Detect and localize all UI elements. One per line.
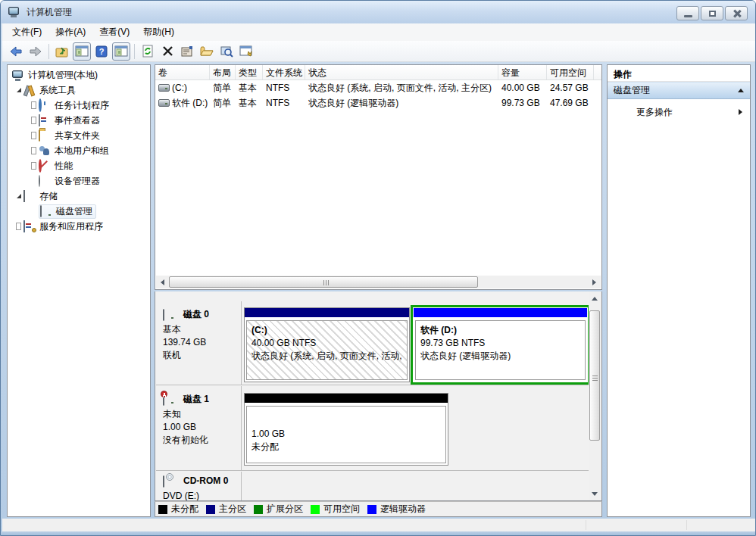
tree-item-services-applications[interactable]: 服务和应用程序	[8, 219, 150, 234]
show-hide-action-pane-button[interactable]	[112, 42, 130, 61]
actions-section-label: 磁盘管理	[614, 84, 650, 97]
expander-collapsed-icon[interactable]	[29, 163, 39, 169]
legend-label: 可用空间	[323, 503, 360, 516]
partition-d-colorbar	[414, 308, 587, 317]
horizontal-scroll-thumb[interactable]	[169, 276, 478, 288]
tree-item-event-viewer[interactable]: 事件查看器	[8, 113, 150, 128]
vertical-scroll-thumb[interactable]	[589, 310, 600, 441]
disk-0-header[interactable]: 磁盘 0 基本 139.74 GB 联机	[157, 301, 242, 385]
tree-item-system-tools[interactable]: 系统工具	[8, 83, 150, 98]
close-button[interactable]	[725, 6, 748, 20]
show-hide-console-tree-button[interactable]	[73, 42, 91, 61]
toolbar-separator	[134, 44, 135, 59]
expander-collapsed-icon[interactable]	[29, 117, 39, 123]
cdrom-0-header[interactable]: CD-ROM 0 DVD (E:)	[157, 472, 242, 500]
collapse-icon[interactable]	[738, 89, 744, 92]
title-bar: 计算机管理	[1, 1, 755, 23]
actions-title: 操作	[608, 65, 750, 82]
menu-bar: 文件(F) 操作(A) 查看(V) 帮助(H)	[2, 23, 755, 41]
forward-button[interactable]	[27, 42, 45, 61]
unallocated-space[interactable]: 1.00 GB 未分配	[244, 393, 448, 466]
expander-expanded-icon[interactable]	[14, 194, 23, 198]
expander-collapsed-icon[interactable]	[29, 102, 39, 108]
expander-collapsed-icon[interactable]	[29, 132, 39, 139]
selected-tree-node[interactable]: 磁盘管理	[39, 204, 96, 219]
refresh-button[interactable]	[139, 42, 157, 61]
scroll-left-button[interactable]	[156, 276, 169, 288]
scroll-down-button[interactable]	[589, 488, 601, 500]
menu-file[interactable]: 文件(F)	[5, 23, 48, 41]
legend-swatch	[206, 505, 215, 514]
expander-collapsed-icon[interactable]	[14, 223, 23, 229]
tree-item-device-manager[interactable]: 设备管理器	[8, 173, 150, 189]
partition-d-selected[interactable]: 软件 (D:) 99.73 GB NTFS 状态良好 (逻辑驱动器)	[411, 305, 590, 385]
legend-bar: 未分配 主分区 扩展分区 可用空间 逻辑驱动器	[155, 501, 602, 517]
actions-section-disk-management[interactable]: 磁盘管理	[608, 82, 750, 99]
volume-row-c[interactable]: (C:) 简单 基本 NTFS 状态良好 (系统, 启动, 页面文件, 活动, …	[155, 80, 601, 95]
tree-item-computer-management[interactable]: 计算机管理(本地)	[8, 67, 150, 83]
close-icon	[733, 9, 741, 17]
menu-view[interactable]: 查看(V)	[92, 23, 136, 41]
disk-1-header[interactable]: 磁盘 1 未知 1.00 GB 没有初始化	[157, 386, 242, 470]
tree-item-label: 性能	[55, 160, 73, 173]
view-button[interactable]	[217, 42, 236, 61]
disk-size: 1.00 GB	[163, 421, 241, 434]
volume-list: 卷 布局 类型 文件系统 状态 容量 可用空间 (C:) 简单 基本 NTFS …	[155, 64, 602, 290]
refresh-icon	[142, 45, 154, 58]
tree-item-shared-folders[interactable]: 共享文件夹	[8, 128, 150, 143]
properties-button[interactable]	[178, 42, 196, 61]
back-button[interactable]	[7, 42, 25, 61]
column-header-filesystem[interactable]: 文件系统	[263, 65, 305, 79]
column-header-capacity[interactable]: 容量	[498, 65, 547, 79]
legend-label: 逻辑驱动器	[380, 503, 426, 516]
column-header-free-space[interactable]: 可用空间	[547, 65, 594, 79]
unallocated-colorbar	[245, 394, 448, 403]
statusbar-divider	[686, 520, 687, 530]
tree-item-label: 存储	[39, 190, 58, 203]
volume-name: 软件 (D:)	[172, 97, 208, 110]
tree-item-performance[interactable]: 性能	[8, 158, 150, 173]
column-header-layout[interactable]: 布局	[210, 65, 236, 79]
tree-item-label: 磁盘管理	[56, 205, 92, 218]
disk-name: 磁盘 1	[183, 393, 209, 406]
delete-button[interactable]	[158, 42, 177, 61]
open-folder-icon	[200, 45, 214, 57]
minimize-button[interactable]	[676, 6, 699, 20]
minimize-icon	[684, 15, 692, 17]
scroll-right-button[interactable]	[588, 276, 601, 288]
computer-management-window: 计算机管理 文件(F) 操作(A) 查看(V) 帮助(H) ? 计算机管	[0, 0, 756, 536]
column-header-type[interactable]: 类型	[236, 65, 263, 79]
vertical-scrollbar[interactable]	[589, 292, 601, 500]
export-list-button[interactable]	[53, 42, 71, 61]
volume-status: 状态良好 (系统, 启动, 页面文件, 活动, 主分区)	[305, 82, 498, 95]
event-log-icon	[39, 115, 51, 126]
tree-item-storage[interactable]: 存储	[8, 189, 150, 204]
help-topics-button[interactable]	[237, 42, 255, 61]
restore-button[interactable]	[701, 6, 723, 20]
help-button[interactable]: ?	[92, 42, 111, 61]
open-button[interactable]	[198, 42, 216, 61]
help-icon: ?	[95, 45, 108, 58]
tree-item-task-scheduler[interactable]: 任务计划程序	[8, 98, 150, 113]
restore-icon	[709, 11, 716, 17]
tree-item-label: 共享文件夹	[55, 129, 100, 142]
properties-icon	[181, 45, 194, 58]
column-header-status[interactable]: 状态	[305, 65, 498, 79]
legend-label: 扩展分区	[267, 503, 303, 516]
tree-item-local-users-groups[interactable]: 本地用户和组	[8, 143, 150, 158]
magnifier-icon	[220, 45, 233, 58]
actions-pane: 操作 磁盘管理 更多操作	[607, 64, 751, 517]
volume-row-d[interactable]: 软件 (D:) 简单 基本 NTFS 状态良好 (逻辑驱动器) 99.73 GB…	[155, 95, 601, 111]
more-actions-item[interactable]: 更多操作	[608, 104, 750, 120]
partition-c[interactable]: (C:) 40.00 GB NTFS 状态良好 (系统, 启动, 页面文件, 活…	[244, 307, 410, 382]
device-manager-icon	[39, 176, 51, 187]
tree-item-disk-management[interactable]: 磁盘管理	[8, 204, 150, 219]
scroll-up-button[interactable]	[589, 292, 601, 304]
menu-help[interactable]: 帮助(H)	[136, 23, 181, 41]
expander-collapsed-icon[interactable]	[29, 148, 39, 154]
expander-expanded-icon[interactable]	[14, 88, 23, 92]
column-header-volume[interactable]: 卷	[155, 65, 210, 79]
horizontal-scrollbar[interactable]	[156, 276, 601, 288]
menu-action[interactable]: 操作(A)	[48, 23, 92, 41]
users-icon	[39, 145, 51, 157]
